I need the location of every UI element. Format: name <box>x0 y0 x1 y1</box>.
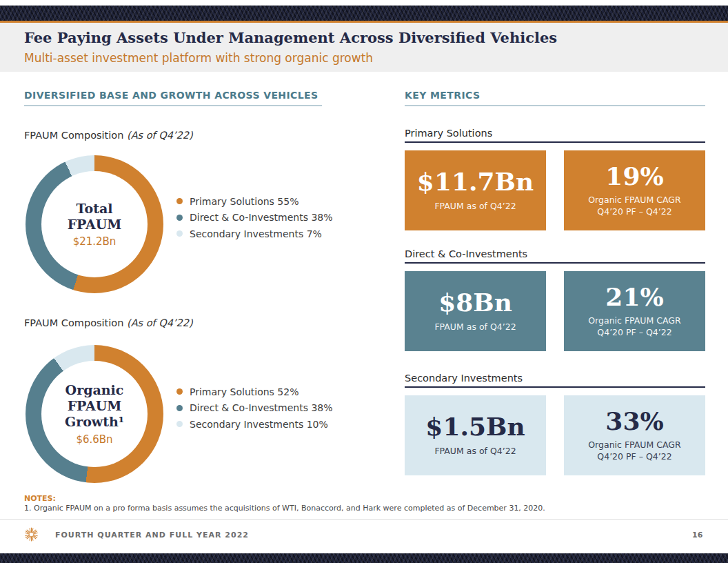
donut-2-center-line: Growth¹ <box>65 414 124 430</box>
donut-1-center-value: $21.2Bn <box>73 235 117 248</box>
metric-value: 19% <box>605 163 663 190</box>
donut-1-center-label: Total FPAUM $21.2Bn <box>26 155 163 293</box>
donut-chart-total-fpaum: Total FPAUM $21.2Bn <box>26 155 163 293</box>
metric-group-label: Primary Solutions <box>405 128 705 139</box>
metric-box-cagr: 19% Organic FPAUM CAGR Q4’20 PF – Q4’22 <box>564 150 705 230</box>
donut-2-center-label: Organic FPAUM Growth¹ $6.6Bn <box>26 345 163 483</box>
metric-caption-line: FPAUM as of Q4’22 <box>434 446 516 457</box>
note-item: 1. Organic FPAUM on a pro forma basis as… <box>24 504 714 513</box>
chart-2-label-date: (As of Q4’22) <box>127 317 193 328</box>
legend-item: Secondary Investments 10% <box>176 416 333 433</box>
legend-dot-direct <box>176 215 183 221</box>
chart-2-label: FPAUM Composition (As of Q4’22) <box>24 317 193 328</box>
metric-caption-line: FPAUM as of Q4’22 <box>434 201 516 213</box>
left-section-heading: DIVERSIFIED BASE AND GROWTH ACROSS VEHIC… <box>24 90 318 101</box>
metric-group-direct-co-investments: Direct & Co-Investments $8Bn FPAUM as of… <box>405 248 705 352</box>
donut-2-center-line: Organic <box>65 382 124 398</box>
chart-1-label-date: (As of Q4’22) <box>127 130 193 141</box>
legend-dot-secondary <box>176 421 183 427</box>
left-heading-underline <box>24 105 322 106</box>
legend-dot-secondary <box>176 230 183 237</box>
bottom-decorative-bar <box>0 553 728 563</box>
metric-caption: FPAUM as of Q4’22 <box>434 322 516 333</box>
metric-caption-line: FPAUM as of Q4’22 <box>434 322 516 333</box>
slide-subtitle: Multi-asset investment platform with str… <box>24 51 373 65</box>
metric-caption-line: Q4’20 PF – Q4’22 <box>588 327 680 339</box>
metric-group-secondary-investments: Secondary Investments $1.5Bn FPAUM as of… <box>405 373 705 476</box>
metric-value: $8Bn <box>438 289 512 317</box>
metric-caption-line: Q4’20 PF – Q4’22 <box>588 206 680 218</box>
donut-2-center-line: FPAUM <box>68 398 122 414</box>
metric-value: $1.5Bn <box>425 413 525 441</box>
metric-value: 33% <box>605 408 663 435</box>
donut-chart-organic-fpaum-growth: Organic FPAUM Growth¹ $6.6Bn <box>26 345 163 483</box>
metric-caption: Organic FPAUM CAGR Q4’20 PF – Q4’22 <box>588 439 680 463</box>
metric-caption: FPAUM as of Q4’22 <box>434 446 516 457</box>
slide-title: Fee Paying Assets Under Management Acros… <box>24 29 557 46</box>
legend-label: Secondary Investments 10% <box>190 419 328 430</box>
metric-caption: Organic FPAUM CAGR Q4’20 PF – Q4’22 <box>588 195 680 218</box>
metric-caption-line: Organic FPAUM CAGR <box>588 439 680 451</box>
donut-2-center-value: $6.6Bn <box>76 433 112 446</box>
metric-group-label: Direct & Co-Investments <box>405 248 705 259</box>
donut-1-center-line: Total <box>77 201 113 217</box>
metric-caption: FPAUM as of Q4’22 <box>434 201 516 213</box>
metric-box-cagr: 21% Organic FPAUM CAGR Q4’20 PF – Q4’22 <box>564 271 705 351</box>
legend-label: Direct & Co-Investments 38% <box>190 402 333 413</box>
slide-header: Fee Paying Assets Under Management Acros… <box>0 23 728 72</box>
metric-group-underline <box>405 141 705 143</box>
slide: Fee Paying Assets Under Management Acros… <box>0 0 728 563</box>
metric-box-fpaum: $1.5Bn FPAUM as of Q4’22 <box>405 395 546 475</box>
right-heading-underline <box>405 105 705 106</box>
notes-heading: NOTES: <box>24 494 56 503</box>
legend-item: Direct & Co-Investments 38% <box>176 210 333 226</box>
footer-label: FOURTH QUARTER AND FULL YEAR 2022 <box>55 531 249 540</box>
legend-dot-direct <box>176 405 183 411</box>
chart-1-label-text: FPAUM Composition <box>24 130 127 141</box>
legend-item: Secondary Investments 7% <box>176 226 333 242</box>
legend-label: Primary Solutions 55% <box>190 196 299 207</box>
donut-1-center-line: FPAUM <box>68 217 122 233</box>
legend-dot-primary <box>176 198 183 204</box>
legend-dot-primary <box>176 388 183 395</box>
metric-group-underline <box>405 386 705 388</box>
top-decorative-bar <box>0 6 728 23</box>
metric-value: 21% <box>605 284 663 311</box>
company-logo-icon <box>23 526 40 543</box>
legend-item: Primary Solutions 52% <box>176 384 333 400</box>
legend-label: Direct & Co-Investments 38% <box>190 212 333 223</box>
legend-label: Primary Solutions 52% <box>190 386 299 397</box>
metric-caption-line: Q4’20 PF – Q4’22 <box>588 451 680 463</box>
metric-group-underline <box>405 262 705 264</box>
chart-2-label-text: FPAUM Composition <box>24 317 127 328</box>
metric-group-label: Secondary Investments <box>405 373 705 384</box>
metric-group-primary-solutions: Primary Solutions $11.7Bn FPAUM as of Q4… <box>405 128 705 231</box>
legend-label: Secondary Investments 7% <box>190 228 322 239</box>
metric-caption-line: Organic FPAUM CAGR <box>588 315 680 327</box>
metric-caption-line: Organic FPAUM CAGR <box>588 195 680 206</box>
footer-divider <box>0 519 728 520</box>
metric-box-cagr: 33% Organic FPAUM CAGR Q4’20 PF – Q4’22 <box>564 395 705 475</box>
page-number: 16 <box>692 531 702 540</box>
legend-item: Primary Solutions 55% <box>176 193 333 210</box>
right-section-heading: KEY METRICS <box>405 90 480 101</box>
legend-chart-2: Primary Solutions 52% Direct & Co-Invest… <box>176 384 333 433</box>
legend-chart-1: Primary Solutions 55% Direct & Co-Invest… <box>176 193 333 242</box>
chart-1-label: FPAUM Composition (As of Q4’22) <box>24 130 193 141</box>
legend-item: Direct & Co-Investments 38% <box>176 400 333 417</box>
metric-box-fpaum: $11.7Bn FPAUM as of Q4’22 <box>405 150 546 230</box>
metric-caption: Organic FPAUM CAGR Q4’20 PF – Q4’22 <box>588 315 680 339</box>
metric-value: $11.7Bn <box>417 168 534 196</box>
metric-box-fpaum: $8Bn FPAUM as of Q4’22 <box>405 271 546 351</box>
